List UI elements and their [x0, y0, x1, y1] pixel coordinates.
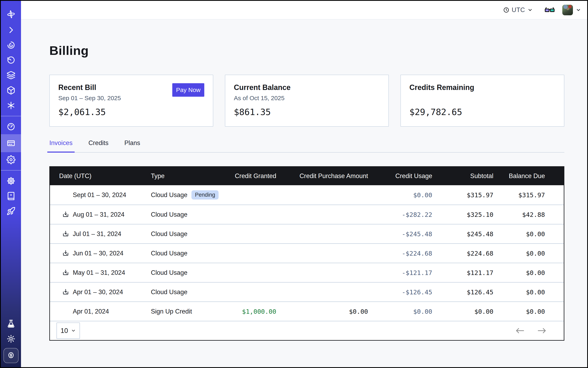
col-date: Date (UTC): [50, 172, 142, 180]
gauge-icon: [7, 122, 16, 131]
table-row: May 01 – 31, 2024 Cloud Usage -$121.17 $…: [50, 263, 564, 282]
download-icon: [62, 230, 69, 238]
3d-glasses-icon: [544, 6, 555, 14]
settings-gear-icon: [7, 155, 16, 164]
layers-icon: [7, 71, 16, 80]
sidebar-item-helm[interactable]: [1, 173, 21, 188]
invoice-type: Cloud Usage: [151, 191, 187, 199]
invoice-type: Cloud Usage: [151, 211, 187, 218]
page-size-value: 10: [61, 327, 68, 335]
col-balance-due: Balance Due: [493, 172, 564, 180]
download-invoice-button[interactable]: [62, 269, 70, 277]
chevron-down-icon: [527, 7, 533, 13]
invoice-date: Jul 01 – 31, 2024: [73, 230, 121, 238]
pay-now-button[interactable]: Pay Now: [172, 83, 204, 97]
card-subtitle: [409, 95, 555, 102]
chevron-down-icon: [71, 328, 76, 333]
tab-plans[interactable]: Plans: [122, 139, 142, 153]
sidebar-item-theme[interactable]: [1, 331, 21, 346]
current-balance-amount: $861.35: [234, 107, 380, 117]
download-invoice-button[interactable]: [62, 288, 70, 296]
table-header-row: Date (UTC) Type Credit Granted Credit Pu…: [50, 167, 564, 185]
sidebar-item-labs[interactable]: [1, 316, 21, 331]
invoice-date: May 01 – 31, 2024: [73, 269, 125, 276]
docs-book-icon: [7, 192, 16, 201]
invoice-type: Cloud Usage: [151, 230, 187, 238]
sidebar-item-functions[interactable]: [1, 98, 21, 113]
sidebar-item-docs[interactable]: [1, 188, 21, 203]
tab-credits[interactable]: Credits: [86, 139, 110, 153]
table-row: Jun 01 – 30, 2024 Cloud Usage -$224.68 $…: [50, 243, 564, 263]
cell-credit-usage: $0.00: [368, 308, 432, 315]
rocket-icon: [7, 207, 16, 216]
cell-balance-due: $0.00: [493, 308, 564, 315]
billing-tabs: Invoices Credits Plans: [49, 139, 564, 153]
download-icon: [62, 211, 69, 218]
download-invoice-button[interactable]: [62, 249, 70, 257]
cell-credit-granted: $1,000.00: [223, 308, 276, 315]
invoice-type: Sign Up Credit: [151, 308, 192, 315]
invoice-date: Jun 01 – 30, 2024: [73, 250, 123, 257]
col-type: Type: [142, 172, 223, 180]
sidebar-item-billing[interactable]: [1, 134, 21, 152]
sidebar-item-layers[interactable]: [1, 68, 21, 83]
sidebar-divider: [1, 170, 21, 171]
sidebar-item-timer[interactable]: [1, 53, 21, 68]
credits-remaining-amount: $29,782.65: [409, 107, 555, 117]
sidebar-item-getting-started[interactable]: [1, 203, 21, 219]
invoice-date: Apr 01 – 30, 2024: [73, 288, 123, 296]
cell-balance-due: $0.00: [493, 230, 564, 238]
pagination-controls: [515, 327, 547, 334]
sidebar-item-trace[interactable]: [1, 37, 21, 53]
cell-subtotal: $315.97: [432, 191, 493, 199]
sidebar-item-box[interactable]: [1, 83, 21, 98]
sidebar: [1, 1, 21, 367]
download-icon: [62, 250, 69, 257]
cell-credit-usage: -$121.17: [368, 269, 432, 276]
sidebar-item-credits[interactable]: [3, 348, 18, 363]
card-title: Current Balance: [234, 83, 380, 92]
user-menu[interactable]: [562, 5, 581, 15]
page-size-select[interactable]: 10: [56, 322, 80, 339]
timezone-label: UTC: [512, 6, 525, 14]
sidebar-divider: [1, 116, 21, 116]
col-credit-usage: Credit Usage: [368, 172, 432, 180]
table-row: Jul 01 – 31, 2024 Cloud Usage -$245.48 $…: [50, 224, 564, 243]
cell-subtotal: $0.00: [432, 308, 493, 315]
cell-credit-usage: -$282.22: [368, 211, 432, 218]
invoice-type: Cloud Usage: [151, 288, 187, 296]
invoice-date: Aug 01 – 31, 2024: [73, 211, 124, 218]
prev-page-button[interactable]: [515, 327, 525, 334]
cell-subtotal: $245.48: [432, 230, 493, 238]
table-row: Aug 01 – 31, 2024 Cloud Usage -$282.22 $…: [50, 205, 564, 224]
invoice-type: Cloud Usage: [151, 250, 187, 257]
chevron-down-icon: [576, 7, 581, 13]
sidebar-item-settings[interactable]: [1, 152, 21, 167]
invoice-type: Cloud Usage: [151, 269, 187, 276]
download-invoice-button[interactable]: [62, 230, 70, 238]
pending-badge: Pending: [191, 190, 218, 200]
flask-icon: [7, 319, 16, 328]
table-row: Apr 01 – 30, 2024 Cloud Usage -$126.45 $…: [50, 282, 564, 302]
cell-credit-usage: -$126.45: [368, 288, 432, 296]
main-area: UTC Billing Recent Bill: [21, 1, 587, 367]
sidebar-item-usage-dashboard[interactable]: [1, 119, 21, 134]
cell-subtotal: $325.10: [432, 211, 493, 218]
timezone-selector[interactable]: UTC: [503, 6, 533, 14]
recent-bill-card: Recent Bill Sep 01 – Sep 30, 2025 $2,061…: [49, 75, 213, 127]
sidebar-item-logo[interactable]: [1, 6, 21, 22]
timer-icon: [7, 56, 16, 65]
cell-balance-due: $315.97: [493, 191, 564, 199]
clock-icon: [503, 7, 509, 13]
summary-cards: Recent Bill Sep 01 – Sep 30, 2025 $2,061…: [49, 75, 564, 127]
view-mode-button[interactable]: [544, 6, 555, 14]
col-subtotal: Subtotal: [432, 172, 493, 180]
tab-invoices[interactable]: Invoices: [47, 139, 75, 153]
next-page-button[interactable]: [537, 327, 547, 334]
credits-badge-icon: [7, 351, 15, 360]
col-credit-purchase: Credit Purchase Amount: [276, 172, 368, 180]
topbar: UTC: [21, 1, 587, 19]
download-invoice-button[interactable]: [62, 211, 70, 219]
scan-eye-icon: [7, 41, 16, 50]
sidebar-item-expand[interactable]: [1, 22, 21, 37]
